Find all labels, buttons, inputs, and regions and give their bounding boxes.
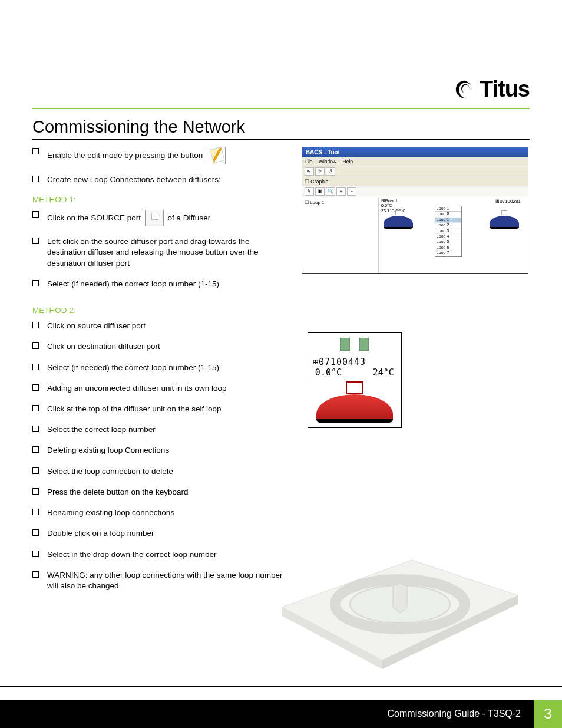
self-loop-stub-icon <box>337 338 372 355</box>
list-item: Adding an unconnected diffuser unit in i… <box>32 383 284 394</box>
item-text: Click on source diffuser port <box>47 321 284 331</box>
toolbar-button[interactable]: ⟳ <box>315 167 325 176</box>
checkbox-icon <box>32 176 39 182</box>
checkbox-icon <box>32 426 39 432</box>
item-text: Double click on a loop number <box>47 528 284 539</box>
item-text: Enable the edit mode by pressing the but… <box>47 151 203 160</box>
item-text: Deleting existing loop Connections <box>47 445 284 456</box>
graphic-canvas: ⊞Board 0.0°C 23.1°C 20°C ⊞07100281 Loop … <box>379 197 528 273</box>
item-text: Create new Loop Connections between diff… <box>47 174 284 185</box>
list-item: Click on destination diffuser port <box>32 341 284 352</box>
item-text: Renaming existing loop connections <box>47 508 284 518</box>
checkbox-icon <box>32 405 39 411</box>
method-1-label: METHOD 1: <box>32 195 284 204</box>
item-text: Left click on the source diffuser port a… <box>47 236 284 269</box>
header: Titus <box>32 18 530 109</box>
menu-window[interactable]: Window <box>319 159 336 164</box>
list-item: Press the delete button on the keyboard <box>32 487 284 498</box>
loop-option[interactable]: Loop 6 <box>435 245 461 251</box>
loop-option[interactable]: Loop 1 <box>435 218 461 223</box>
loop-option[interactable]: Loop 4 <box>435 234 461 239</box>
diffuser-icon <box>488 210 521 234</box>
list-item: Click on the SOURCE port of a Diffuser <box>32 210 284 226</box>
item-text: Select in the drop down the correct loop… <box>47 549 284 560</box>
checkbox-icon <box>32 571 39 578</box>
menu-file[interactable]: File <box>305 159 313 164</box>
list-item: Select in the drop down the correct loop… <box>32 549 284 560</box>
checkbox-icon <box>32 238 39 244</box>
zoom-in-icon[interactable]: ＋ <box>336 187 346 196</box>
list-item: Left click on the source diffuser port a… <box>32 236 284 269</box>
zoom-icon[interactable]: 🔍 <box>326 187 335 196</box>
menu-help[interactable]: Help <box>343 159 353 164</box>
footer-rule <box>0 686 562 687</box>
list-item: Create new Loop Connections between diff… <box>32 174 284 185</box>
edit-mode-icon <box>207 147 226 164</box>
footer-label: Commissioning Guide - T3SQ-2 <box>0 700 534 728</box>
checkbox-icon <box>32 529 39 536</box>
window-title: BACS - Tool <box>302 147 528 157</box>
loop-option[interactable]: Loop 2 <box>435 223 461 228</box>
svg-marker-5 <box>393 584 407 613</box>
tree-panel: ☐ Loop 1 <box>302 197 379 273</box>
bacs-tool-screenshot: BACS - Tool File Window Help ⇤ ⟳ ↺ ☐ Gra… <box>302 147 528 274</box>
item-text: of a Diffuser <box>168 213 211 222</box>
loop-option[interactable]: Loop 0 <box>435 212 461 217</box>
list-item: Select the correct loop number <box>32 424 284 435</box>
source-port-icon <box>145 210 164 226</box>
loop-option[interactable]: Loop 5 <box>435 239 461 245</box>
item-text: Select (if needed) the correct loop numb… <box>47 363 284 373</box>
fit-icon[interactable]: ▣ <box>315 187 325 196</box>
page-number: 3 <box>534 700 562 728</box>
list-item: Select (if needed) the correct loop numb… <box>32 363 284 373</box>
loop-option[interactable]: Loop 7 <box>435 251 461 256</box>
list-item: Click on source diffuser port <box>32 321 284 331</box>
loop-dropdown-value: Loop 1 <box>435 206 461 212</box>
lo332159p-option[interactable]: Loop 3 <box>435 229 461 234</box>
checkbox-icon <box>32 322 39 328</box>
footer: Commissioning Guide - T3SQ-2 3 <box>0 700 562 728</box>
zoom-toolbar: ✎ ▣ 🔍 ＋ － <box>302 186 528 197</box>
diffuser-id: ⊞07100443 <box>313 357 396 367</box>
menu-bar: File Window Help <box>302 157 528 166</box>
item-text: WARNING: any other loop connections with… <box>47 570 284 591</box>
checkbox-icon <box>32 364 39 370</box>
item-text: Click on destination diffuser port <box>47 341 284 352</box>
swirl-icon <box>454 78 476 101</box>
checkbox-icon <box>32 280 39 286</box>
checkbox-icon <box>32 509 39 515</box>
diffuser-red-icon <box>316 381 393 423</box>
checkbox-icon <box>32 488 39 495</box>
list-item: Select (if needed) the correct loop numb… <box>32 279 284 289</box>
list-item: Double click on a loop number <box>32 528 284 539</box>
diffuser-tile-render <box>259 525 530 678</box>
checkbox-icon <box>32 467 39 474</box>
tree-item[interactable]: Loop 1 <box>310 200 324 205</box>
list-item: WARNING: any other loop connections with… <box>32 570 284 591</box>
diffuser-icon <box>382 210 415 234</box>
item-text: Select (if needed) the correct loop numb… <box>47 279 284 289</box>
list-item: Enable the edit mode by pressing the but… <box>32 147 284 164</box>
item-text: Adding an unconnected diffuser unit in i… <box>47 383 284 394</box>
toolbar-button[interactable]: ↺ <box>326 167 335 176</box>
loop-dropdown[interactable]: Loop 1 Loop 0 Loop 1 Loop 2 Loop 3 Loop … <box>435 206 462 257</box>
brand-logo: Titus <box>454 77 530 102</box>
checkbox-icon <box>32 384 39 391</box>
checkbox-icon <box>32 446 39 453</box>
list-item: Deleting existing loop Connections <box>32 445 284 456</box>
diffuser-id: ⊞07100281 <box>495 199 521 204</box>
edit-icon[interactable]: ✎ <box>305 187 314 196</box>
panel-label: ☐ Graphic <box>302 177 528 186</box>
temp-setpoint: 24°C <box>373 367 394 378</box>
checkbox-icon <box>32 342 39 349</box>
brand-name: Titus <box>480 77 530 102</box>
checkbox-icon <box>32 148 39 154</box>
toolbar-button[interactable]: ⇤ <box>305 167 314 176</box>
zoom-out-icon[interactable]: － <box>347 187 356 196</box>
list-item: Select the loop connection to delete <box>32 466 284 477</box>
list-item: Renaming existing loop connections <box>32 508 284 518</box>
checkbox-icon <box>32 211 39 218</box>
item-text: Click at the top of the diffuser unit on… <box>47 404 284 414</box>
method-2-label: METHOD 2: <box>32 306 284 315</box>
item-text: Select the loop connection to delete <box>47 466 284 477</box>
